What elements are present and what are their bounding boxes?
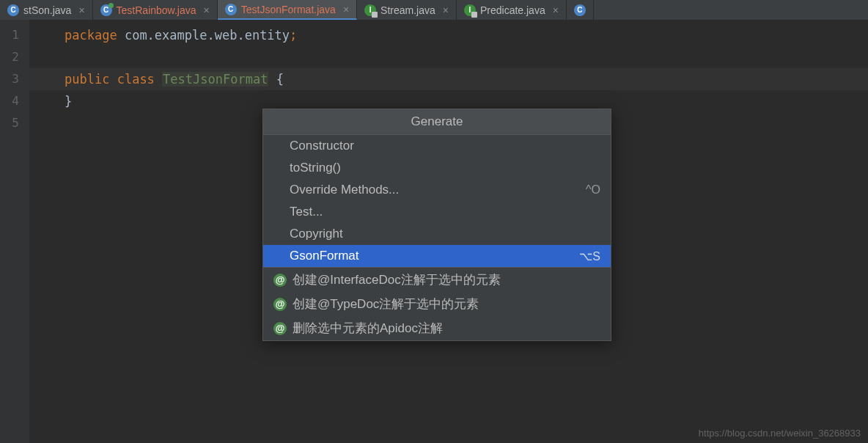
- line-number: 4: [0, 90, 29, 112]
- class-name: TestJsonFormat: [162, 72, 268, 87]
- line-number: 1: [0, 24, 29, 46]
- generate-popup: Generate ConstructortoString()Override M…: [262, 109, 611, 341]
- popup-item-4[interactable]: Copyright: [263, 223, 611, 245]
- shortcut-label: ⌥S: [579, 249, 600, 263]
- close-icon[interactable]: ×: [340, 4, 349, 15]
- code-line-1: package com.example.web.entity;: [65, 24, 868, 46]
- popup-title: Generate: [263, 109, 611, 135]
- popup-item-label: Constructor: [290, 139, 354, 153]
- close-icon[interactable]: ×: [440, 4, 449, 16]
- class-file-icon: C: [574, 4, 586, 16]
- tab-Stream-java[interactable]: IStream.java×: [357, 0, 457, 20]
- popup-item-label: 删除选中元素的Apidoc注解: [293, 320, 443, 337]
- popup-item-label: toString(): [290, 161, 341, 175]
- popup-item-1[interactable]: toString(): [263, 157, 611, 179]
- line-number: 3: [0, 68, 29, 90]
- close-icon[interactable]: ×: [201, 4, 210, 16]
- shortcut-label: ^O: [586, 183, 600, 197]
- popup-item-3[interactable]: Test...: [263, 201, 611, 223]
- tab-bar: CstSon.java×CTestRainbow.java×CTestJsonF…: [0, 0, 868, 20]
- tab-TestJsonFormat-java[interactable]: CTestJsonFormat.java×: [218, 0, 357, 20]
- tab-partial[interactable]: C: [567, 0, 594, 20]
- tab-label: TestRainbow.java: [117, 4, 196, 16]
- tab-label: TestJsonFormat.java: [241, 4, 336, 15]
- class-file-icon: C: [7, 4, 19, 16]
- popup-item-label: GsonFormat: [290, 249, 358, 263]
- code-line-2: [65, 46, 868, 68]
- interface-file-icon: I: [464, 4, 476, 16]
- close-icon[interactable]: ×: [76, 4, 84, 16]
- popup-item-label: Override Methods...: [290, 183, 399, 197]
- open-brace: {: [276, 72, 284, 87]
- line-number: 2: [0, 46, 29, 68]
- close-brace: }: [65, 94, 72, 109]
- keyword-class: class: [117, 72, 155, 87]
- popup-item-5[interactable]: GsonFormat⌥S: [263, 245, 611, 267]
- popup-item-8[interactable]: @删除选中元素的Apidoc注解: [263, 316, 611, 340]
- class-file-icon: C: [225, 4, 237, 15]
- tab-TestRainbow-java[interactable]: CTestRainbow.java×: [93, 0, 218, 20]
- annotation-icon: @: [273, 322, 287, 335]
- tab-Predicate-java[interactable]: IPredicate.java×: [457, 0, 567, 20]
- semicolon: ;: [290, 28, 297, 43]
- lock-indicator-icon: [471, 12, 477, 18]
- popup-item-0[interactable]: Constructor: [263, 135, 611, 157]
- annotation-icon: @: [273, 298, 287, 311]
- keyword-package: package: [65, 28, 117, 43]
- lock-indicator-icon: [372, 12, 378, 18]
- tab-label: Predicate.java: [480, 4, 545, 16]
- popup-item-label: 创建@TypeDoc注解于选中的元素: [293, 296, 479, 312]
- popup-item-label: 创建@InterfaceDoc注解于选中的元素: [293, 271, 501, 288]
- popup-item-label: Test...: [290, 205, 323, 219]
- annotation-icon: @: [273, 274, 287, 287]
- popup-item-label: Copyright: [290, 227, 343, 241]
- tab-label: stSon.java: [23, 4, 71, 16]
- code-line-3: public class TestJsonFormat {: [65, 68, 868, 90]
- package-name: com.example.web.entity: [125, 28, 290, 43]
- line-gutter: 12345: [0, 20, 29, 443]
- class-file-icon: C: [100, 4, 112, 16]
- popup-item-6[interactable]: @创建@InterfaceDoc注解于选中的元素: [263, 268, 611, 292]
- run-indicator-icon: [108, 3, 114, 8]
- tab-stSon-java[interactable]: CstSon.java×: [0, 0, 93, 20]
- close-icon[interactable]: ×: [550, 4, 559, 16]
- tab-label: Stream.java: [380, 4, 435, 16]
- popup-item-2[interactable]: Override Methods...^O: [263, 179, 611, 201]
- popup-item-7[interactable]: @创建@TypeDoc注解于选中的元素: [263, 292, 611, 316]
- line-number: 5: [0, 112, 29, 134]
- popup-body: ConstructortoString()Override Methods...…: [263, 135, 611, 340]
- interface-file-icon: I: [364, 4, 376, 16]
- keyword-public: public: [65, 72, 109, 87]
- watermark-text: https://blog.csdn.net/weixin_36268933: [699, 428, 861, 439]
